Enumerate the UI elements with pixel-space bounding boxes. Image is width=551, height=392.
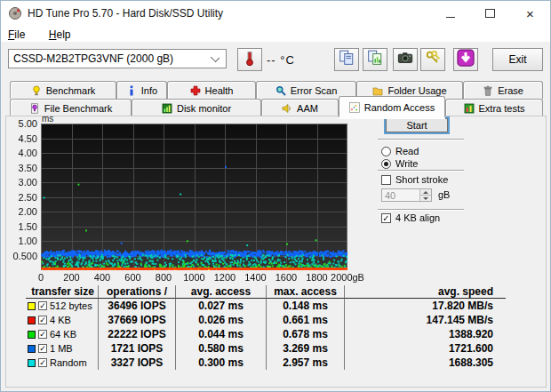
max-access-cell: 0.678 ms <box>266 327 344 341</box>
erase-icon <box>483 85 493 96</box>
close-button[interactable]: × <box>510 1 550 26</box>
health-icon <box>190 85 201 96</box>
stepper-up-button[interactable] <box>420 189 431 196</box>
write-radio-row[interactable]: Write <box>381 158 418 169</box>
arrow-down-icon <box>423 197 428 200</box>
read-radio-row[interactable]: Read <box>381 146 419 156</box>
copy-image-icon <box>367 50 383 69</box>
transfer-size-label: 512 bytes <box>50 300 92 311</box>
tab-info[interactable]: Info <box>116 81 167 99</box>
drive-select[interactable]: CSSD-M2B2TPG3VNF (2000 gB) <box>8 49 227 68</box>
tab-health[interactable]: Health <box>167 81 256 99</box>
menu-help[interactable]: Help <box>49 28 71 41</box>
max-access-cell: 0.661 ms <box>266 313 344 327</box>
table-row-random: ✓Random3327 IOPS0.300 ms2.957 ms1688.305 <box>26 356 506 370</box>
tab-extra-tests[interactable]: Extra tests <box>445 99 543 116</box>
transfer-size-cell: ✓1 MB <box>26 341 98 356</box>
short-stroke-size-stepper[interactable]: 40 <box>381 188 432 202</box>
y-axis-unit-label: ms <box>42 114 53 124</box>
avg-access-cell: 0.027 ms <box>175 299 266 313</box>
y-axis-tick-label: 4.00 <box>7 148 37 158</box>
transfer-size-cell: ✓64 KB <box>26 327 98 341</box>
max-access-cell: 2.957 ms <box>266 356 344 370</box>
tab-label: File Benchmark <box>44 103 112 114</box>
avg-access-cell: 0.044 ms <box>175 327 266 341</box>
maximize-button[interactable] <box>470 1 510 26</box>
extra-tests-icon <box>464 103 475 114</box>
transfer-size-cell: ✓512 bytes <box>26 299 98 313</box>
write-radio-label: Write <box>395 158 418 169</box>
y-axis-tick-label: 0.500 <box>7 251 37 261</box>
series-color-swatch <box>28 331 36 339</box>
chevron-down-icon <box>211 53 220 62</box>
tab-label: Error Scan <box>291 85 338 96</box>
operations-cell: 1721 IOPS <box>98 341 175 356</box>
operations-cell: 36496 IOPS <box>98 299 175 313</box>
align-label: 4 KB align <box>395 212 440 223</box>
stepper-buttons <box>419 189 431 201</box>
tab-row-2: File BenchmarkDisk monitorAAMRandom Acce… <box>10 99 543 117</box>
separator <box>378 139 464 140</box>
menu-bar: File Help <box>1 26 550 42</box>
tab-benchmark[interactable]: Benchmark <box>10 81 116 99</box>
max-access-cell: 3.269 ms <box>266 341 344 356</box>
short-stroke-row[interactable]: Short stroke <box>381 174 448 185</box>
separator <box>378 209 464 211</box>
menu-file[interactable]: File <box>8 28 25 41</box>
drive-select-value: CSSD-M2B2TPG3VNF (2000 gB) <box>13 52 173 65</box>
app-icon <box>8 6 22 20</box>
series-checkbox[interactable]: ✓ <box>38 316 47 324</box>
read-radio[interactable] <box>381 147 391 156</box>
align-checkbox[interactable]: ✓ <box>381 213 391 223</box>
temperature-button[interactable] <box>237 48 262 71</box>
y-axis-tick-label: 2.50 <box>7 192 37 203</box>
copy-image-button[interactable] <box>363 48 387 71</box>
series-checkbox[interactable]: ✓ <box>38 330 47 339</box>
tab-erase[interactable]: Erase <box>463 81 543 99</box>
operations-cell: 22222 IOPS <box>98 327 175 341</box>
column-header: max. access <box>266 285 344 299</box>
keys-icon <box>425 50 441 69</box>
tab-random-access[interactable]: Random Access <box>339 96 445 117</box>
start-button[interactable]: Start <box>386 118 448 132</box>
transfer-size-cell: ✓Random <box>26 356 98 370</box>
keys-button[interactable] <box>420 48 445 71</box>
window-title: HD Tune Pro 5.70 - Hard Disk/SSD Utility <box>28 7 223 20</box>
short-stroke-checkbox[interactable] <box>381 175 391 185</box>
copy-button[interactable] <box>334 48 359 71</box>
column-header: operations / <box>98 285 175 299</box>
arrow-up-icon <box>423 191 428 194</box>
max-access-cell: 0.148 ms <box>266 299 344 313</box>
write-radio[interactable] <box>381 159 391 169</box>
tab-label: Benchmark <box>46 85 96 96</box>
separator <box>378 170 464 172</box>
camera-icon <box>397 50 413 69</box>
avg-speed-cell: 1721.600 <box>344 341 506 356</box>
avg-speed-cell: 17.820 MB/s <box>344 299 506 313</box>
series-checkbox[interactable]: ✓ <box>38 301 47 310</box>
minimize-button[interactable] <box>430 1 470 26</box>
tab-aam[interactable]: AAM <box>261 99 339 116</box>
series-color-swatch <box>28 302 36 310</box>
series-checkbox[interactable]: ✓ <box>38 344 47 353</box>
title-bar: HD Tune Pro 5.70 - Hard Disk/SSD Utility… <box>1 1 550 26</box>
copy-icon <box>339 50 355 69</box>
exit-button[interactable]: Exit <box>492 48 543 71</box>
stepper-down-button[interactable] <box>420 196 431 201</box>
minimize-icon <box>446 17 455 18</box>
tab-file-benchmark[interactable]: File Benchmark <box>10 99 132 116</box>
camera-button[interactable] <box>393 48 418 71</box>
align-row[interactable]: ✓ 4 KB align <box>381 212 440 223</box>
maximize-icon <box>485 9 495 18</box>
download-button[interactable] <box>453 48 478 71</box>
transfer-size-label: Random <box>50 357 87 368</box>
tab-disk-monitor[interactable]: Disk monitor <box>132 99 261 116</box>
series-color-swatch <box>28 359 36 367</box>
tab-label: Disk monitor <box>177 103 231 114</box>
series-checkbox[interactable]: ✓ <box>38 358 47 367</box>
y-axis-tick-label: 5.00 <box>7 118 37 129</box>
close-icon: × <box>526 7 534 20</box>
tab-label: Erase <box>498 85 523 96</box>
transfer-size-label: 1 MB <box>50 343 73 354</box>
y-axis-tick-label: 4.50 <box>7 133 37 144</box>
